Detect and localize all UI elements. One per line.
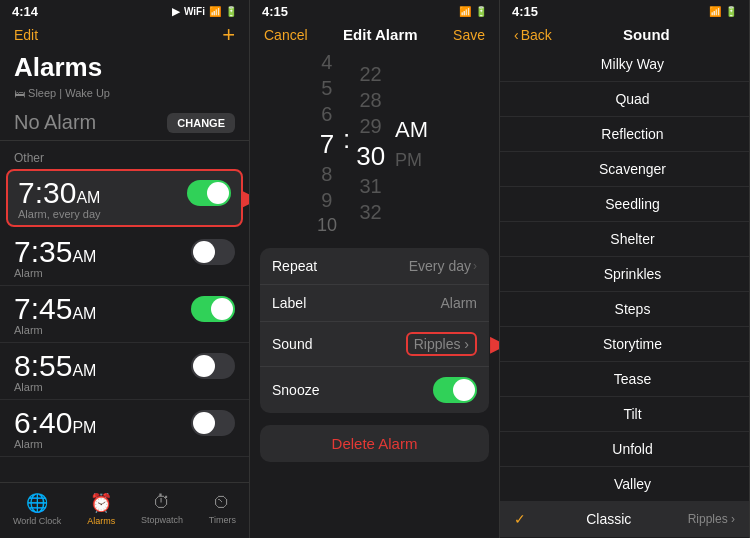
min-22: 22 (360, 63, 382, 86)
sound-name-unfold: Unfold (612, 441, 652, 457)
sound-quad[interactable]: Quad (500, 82, 749, 117)
edit-alarm-title: Edit Alarm (343, 26, 417, 43)
status-icons-2: 📶 🔋 (459, 6, 487, 17)
sound-title: Sound (558, 26, 735, 43)
world-clock-icon: 🌐 (26, 492, 48, 514)
hour-7-selected: 7 (320, 129, 334, 160)
repeat-row[interactable]: Repeat Every day › (260, 248, 489, 285)
sound-classic[interactable]: ✓ Classic Ripples › (500, 502, 749, 537)
sound-tilt[interactable]: Tilt (500, 397, 749, 432)
toggle-745[interactable] (191, 296, 235, 322)
min-30-selected: 30 (356, 141, 385, 172)
toggle-640pm[interactable] (191, 410, 235, 436)
hour-picker[interactable]: 4 5 6 7 8 9 10 (317, 51, 337, 236)
tab-world-clock[interactable]: 🌐 World Clock (13, 492, 61, 526)
alarm-settings: Repeat Every day › Label Alarm Sound Rip… (260, 248, 489, 413)
toggle-735[interactable] (191, 239, 235, 265)
status-time-2: 4:15 (262, 4, 288, 19)
toggle-855[interactable] (191, 353, 235, 379)
sound-name-storytime: Storytime (603, 336, 662, 352)
minute-picker[interactable]: 22 28 29 30 31 32 (356, 63, 385, 224)
arrow-to-panel3: ▶ (490, 331, 500, 357)
alarm-item-745[interactable]: 7:45AM Alarm (0, 286, 249, 343)
snooze-label: Snooze (272, 382, 319, 398)
sound-panel: 4:15 📶 🔋 ‹ Back Sound Milky Way Quad Ref… (500, 0, 750, 538)
alarm-desc-730: Alarm, every day (18, 208, 231, 220)
label-value: Alarm (440, 295, 477, 311)
hour-8: 8 (321, 163, 332, 186)
alarms-icon: ⏰ (90, 492, 112, 514)
status-icons-3: 📶 🔋 (709, 6, 737, 17)
change-button[interactable]: CHANGE (167, 113, 235, 133)
hour-4: 4 (321, 51, 332, 74)
tab-alarms-label: Alarms (87, 516, 115, 526)
sound-milkyway[interactable]: Milky Way (500, 47, 749, 82)
alarm-time-640pm: 6:40PM (14, 406, 96, 440)
sound-seedling[interactable]: Seedling (500, 187, 749, 222)
picker-colon: : (343, 124, 350, 155)
time-picker[interactable]: 4 5 6 7 8 9 10 : 22 28 29 30 31 32 AM PM (250, 47, 499, 244)
sound-tease[interactable]: Tease (500, 362, 749, 397)
sound-name-sprinkles: Sprinkles (604, 266, 662, 282)
no-alarm-row: No Alarm CHANGE (0, 105, 249, 141)
sound-name-quad: Quad (615, 91, 649, 107)
panel1-header: Edit + (0, 20, 249, 52)
add-alarm-button[interactable]: + (222, 22, 235, 48)
sound-name-tease: Tease (614, 371, 651, 387)
page-title: Alarms (0, 52, 249, 87)
min-32: 32 (360, 201, 382, 224)
repeat-value: Every day › (409, 258, 477, 274)
edit-alarm-header: Cancel Edit Alarm Save (250, 20, 499, 47)
min-31: 31 (360, 175, 382, 198)
ampm-picker[interactable]: AM PM (391, 115, 432, 173)
sound-name-shelter: Shelter (610, 231, 654, 247)
edit-button[interactable]: Edit (14, 27, 38, 43)
sound-valley[interactable]: Valley (500, 467, 749, 502)
delete-alarm-button[interactable]: Delete Alarm (260, 425, 489, 462)
sound-name-scavenger: Scavenger (599, 161, 666, 177)
sound-header: ‹ Back Sound (500, 20, 749, 47)
sound-name-tilt: Tilt (623, 406, 641, 422)
tab-bar: 🌐 World Clock ⏰ Alarms ⏱ Stopwatch ⏲ Tim… (0, 482, 249, 538)
subtitle: 🛏 Sleep | Wake Up (0, 87, 249, 105)
label-row[interactable]: Label Alarm (260, 285, 489, 322)
sound-shelter[interactable]: Shelter (500, 222, 749, 257)
no-alarm-text: No Alarm (14, 111, 96, 134)
status-bar-2: 4:15 📶 🔋 (250, 0, 499, 20)
snooze-toggle[interactable] (433, 377, 477, 403)
section-other-label: Other (0, 147, 249, 167)
sound-value-box: Ripples › (406, 332, 477, 356)
sound-scavenger[interactable]: Scavenger (500, 152, 749, 187)
stopwatch-icon: ⏱ (153, 492, 171, 513)
sound-unfold[interactable]: Unfold (500, 432, 749, 467)
min-28: 28 (360, 89, 382, 112)
alarm-item-855[interactable]: 8:55AM Alarm (0, 343, 249, 400)
status-bar-3: 4:15 📶 🔋 (500, 0, 749, 20)
tab-timers[interactable]: ⏲ Timers (209, 492, 236, 525)
sound-value-text: Ripples › (414, 336, 469, 352)
sound-row[interactable]: Sound Ripples › ▶ (260, 322, 489, 367)
toggle-730[interactable] (187, 180, 231, 206)
sound-steps[interactable]: Steps (500, 292, 749, 327)
sound-storytime[interactable]: Storytime (500, 327, 749, 362)
alarm-item-735[interactable]: 7:35AM Alarm (0, 229, 249, 286)
alarm-time-745: 7:45AM (14, 292, 96, 326)
ampm-pm[interactable]: PM (391, 148, 432, 173)
tab-alarms[interactable]: ⏰ Alarms (87, 492, 115, 526)
hour-9: 9 (321, 189, 332, 212)
back-button[interactable]: ‹ Back (514, 27, 552, 43)
sound-name-milkyway: Milky Way (601, 56, 664, 72)
save-button[interactable]: Save (453, 27, 485, 43)
sound-reflection[interactable]: Reflection (500, 117, 749, 152)
alarm-item-730[interactable]: 7:30AM Alarm, every day ▶ (6, 169, 243, 227)
alarm-time-855: 8:55AM (14, 349, 96, 383)
hour-5: 5 (321, 77, 332, 100)
alarm-item-640pm[interactable]: 6:40PM Alarm (0, 400, 249, 457)
cancel-button[interactable]: Cancel (264, 27, 308, 43)
sound-sprinkles[interactable]: Sprinkles (500, 257, 749, 292)
tab-stopwatch[interactable]: ⏱ Stopwatch (141, 492, 183, 525)
repeat-chevron-icon: › (473, 259, 477, 273)
status-icons-1: ▶ WiFi 📶 🔋 (172, 6, 237, 17)
repeat-value-text: Every day (409, 258, 471, 274)
ampm-am[interactable]: AM (391, 115, 432, 145)
